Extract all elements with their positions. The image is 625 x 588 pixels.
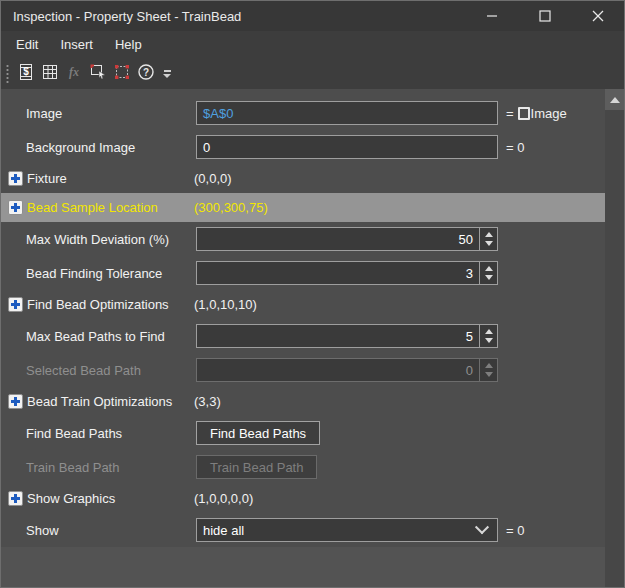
spinner-down-icon[interactable] bbox=[485, 241, 493, 246]
find-bead-paths-button[interactable]: Find Bead Paths bbox=[196, 421, 320, 445]
field-label: Background Image bbox=[26, 140, 196, 155]
image-input[interactable]: $A$0 bbox=[196, 101, 498, 125]
field-label: Max Bead Paths to Find bbox=[26, 329, 196, 344]
category-label: Find Bead Optimizations bbox=[27, 297, 194, 312]
expand-icon[interactable] bbox=[8, 491, 23, 506]
show-dropdown[interactable]: hide all bbox=[196, 518, 498, 542]
vertical-scrollbar[interactable] bbox=[605, 89, 624, 587]
background-image-input[interactable]: 0 bbox=[196, 135, 498, 159]
spin-buttons bbox=[479, 359, 497, 381]
train-bead-path-button: Train Bead Path bbox=[196, 455, 317, 479]
category-label: Fixture bbox=[27, 171, 194, 186]
category-value: (300,300,75) bbox=[194, 200, 268, 215]
spinner-down-icon[interactable] bbox=[485, 275, 493, 280]
spinner-up-icon[interactable] bbox=[485, 232, 493, 237]
bead-finding-tolerance-input[interactable]: 3 bbox=[196, 261, 498, 285]
svg-text:fx: fx bbox=[69, 65, 79, 79]
expand-icon[interactable] bbox=[8, 200, 23, 215]
menu-insert[interactable]: Insert bbox=[49, 33, 104, 56]
field-label: Train Bead Path bbox=[26, 460, 196, 475]
equals-value: = 0 bbox=[506, 140, 524, 155]
expand-icon[interactable] bbox=[8, 297, 23, 312]
currency-format-button[interactable]: $ bbox=[14, 62, 38, 86]
property-row-train-bead-path: Train Bead PathTrain Bead Path bbox=[1, 450, 605, 484]
dropdown-selected-value: hide all bbox=[203, 523, 477, 538]
field-control: $A$0 bbox=[196, 101, 498, 125]
expand-icon[interactable] bbox=[8, 394, 23, 409]
close-button[interactable] bbox=[571, 1, 624, 31]
menu-help[interactable]: Help bbox=[104, 33, 153, 56]
chevron-down-icon bbox=[475, 520, 489, 534]
titlebar[interactable]: Inspection - Property Sheet - TrainBead bbox=[1, 1, 624, 31]
category-label: Bead Train Optimizations bbox=[27, 394, 194, 409]
field-label: Show bbox=[26, 523, 196, 538]
category-value: (3,3) bbox=[194, 394, 221, 409]
help-button[interactable]: ? bbox=[134, 62, 158, 86]
category-value: (1,0,0,0,0) bbox=[194, 491, 253, 506]
close-icon bbox=[588, 6, 608, 26]
spin-buttons[interactable] bbox=[479, 325, 497, 347]
field-control: 50 bbox=[196, 227, 498, 251]
spinner-up-icon[interactable] bbox=[485, 266, 493, 271]
property-row-find-bead-paths: Find Bead PathsFind Bead Paths bbox=[1, 416, 605, 450]
scroll-up-icon bbox=[610, 97, 620, 103]
property-row-bead-train-optimizations[interactable]: Bead Train Optimizations(3,3) bbox=[1, 387, 605, 416]
select-region-button[interactable] bbox=[86, 62, 110, 86]
spinner-down-icon[interactable] bbox=[485, 338, 493, 343]
spinner-up-icon bbox=[485, 363, 493, 368]
menubar: EditInsertHelp bbox=[1, 31, 624, 58]
maximize-icon bbox=[535, 6, 555, 26]
table-icon bbox=[40, 62, 60, 86]
max-width-deviation-input[interactable]: 50 bbox=[196, 227, 498, 251]
toolbar-grip-handle[interactable] bbox=[5, 63, 10, 85]
expand-icon[interactable] bbox=[8, 171, 23, 186]
number-value: 0 bbox=[197, 359, 479, 381]
property-row-max-bead-paths-to-find: Max Bead Paths to Find5 bbox=[1, 319, 605, 353]
category-label: Bead Sample Location bbox=[27, 200, 194, 215]
field-label: Selected Bead Path bbox=[26, 363, 196, 378]
field-label: Image bbox=[26, 106, 196, 121]
caption-buttons bbox=[465, 1, 624, 31]
minimize-icon bbox=[482, 6, 502, 26]
spin-buttons[interactable] bbox=[479, 262, 497, 284]
window-title: Inspection - Property Sheet - TrainBead bbox=[1, 9, 465, 24]
property-row-background-image: Background Image0= 0 bbox=[1, 130, 605, 164]
field-control: 3 bbox=[196, 261, 498, 285]
property-row-find-bead-optimizations[interactable]: Find Bead Optimizations(1,0,10,10) bbox=[1, 290, 605, 319]
maximize-button[interactable] bbox=[518, 1, 571, 31]
category-value: (0,0,0) bbox=[194, 171, 232, 186]
image-object-icon bbox=[518, 107, 530, 120]
toolbar-overflow-button[interactable] bbox=[163, 70, 171, 78]
toolbar: $fx? bbox=[1, 58, 624, 89]
property-sheet-window: Inspection - Property Sheet - TrainBead … bbox=[0, 0, 625, 588]
category-label: Show Graphics bbox=[27, 491, 194, 506]
field-control: 5 bbox=[196, 324, 498, 348]
property-row-bead-finding-tolerance: Bead Finding Tolerance3 bbox=[1, 256, 605, 290]
field-control: Find Bead Paths bbox=[196, 421, 498, 445]
spinner-up-icon[interactable] bbox=[485, 329, 493, 334]
property-row-show: Showhide all= 0 bbox=[1, 513, 605, 547]
property-row-show-graphics[interactable]: Show Graphics(1,0,0,0,0) bbox=[1, 484, 605, 513]
property-row-max-width-deviation: Max Width Deviation (%)50 bbox=[1, 222, 605, 256]
equals-value: = 0 bbox=[506, 523, 524, 538]
property-row-bead-sample-location[interactable]: Bead Sample Location(300,300,75) bbox=[1, 193, 605, 222]
scrollbar-track[interactable] bbox=[605, 110, 624, 587]
number-value: 3 bbox=[197, 262, 479, 284]
max-bead-paths-to-find-input[interactable]: 5 bbox=[196, 324, 498, 348]
menu-edit[interactable]: Edit bbox=[5, 33, 49, 56]
table-button[interactable] bbox=[38, 62, 62, 86]
fit-region-button[interactable] bbox=[110, 62, 134, 86]
spinner-down-icon bbox=[485, 372, 493, 377]
spin-buttons[interactable] bbox=[479, 228, 497, 250]
selected-bead-path-input: 0 bbox=[196, 358, 498, 382]
money-table-icon: $ bbox=[16, 62, 36, 86]
equals-value: =Image bbox=[506, 106, 567, 121]
property-row-fixture[interactable]: Fixture(0,0,0) bbox=[1, 164, 605, 193]
field-label: Find Bead Paths bbox=[26, 426, 196, 441]
scrollbar-up-button[interactable] bbox=[605, 89, 624, 110]
fx-icon: fx bbox=[64, 62, 84, 86]
number-value: 50 bbox=[197, 228, 479, 250]
field-label: Max Width Deviation (%) bbox=[26, 232, 196, 247]
fit-region-icon bbox=[112, 62, 132, 86]
minimize-button[interactable] bbox=[465, 1, 518, 31]
